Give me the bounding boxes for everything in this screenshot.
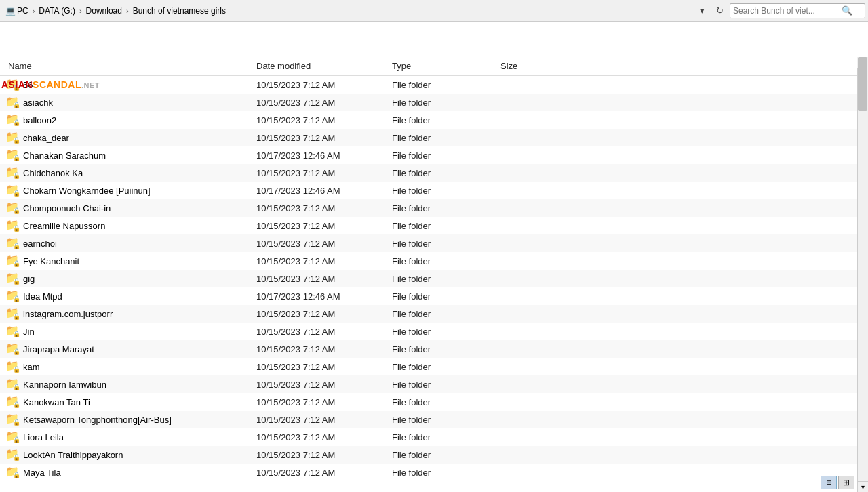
file-name: Chanakan Sarachum [23,150,256,161]
table-row[interactable]: 📁 🔒 Chompoonuch Chai-in 10/15/2023 7:12 … [0,199,868,217]
file-name: instagram.com.justporr [23,309,256,319]
folder-icon-wrap: 📁 🔒 [5,166,19,180]
file-type: File folder [392,221,500,231]
file-name: Jin [23,327,256,337]
folder-icon-wrap: 📁 🔒 [5,148,19,162]
table-row[interactable]: 📁 🔒 Chidchanok Ka 10/15/2023 7:12 AM Fil… [0,164,868,182]
file-date: 10/15/2023 7:12 AM [256,432,392,443]
file-date: 10/15/2023 7:12 AM [256,115,392,125]
lock-icon: 🔒 [14,296,20,302]
folder-icon-wrap: 📁 🔒 [5,325,19,338]
file-type: File folder [392,98,500,108]
table-row[interactable]: 📁 🔒 asiachk 10/15/2023 7:12 AM File fold… [0,94,868,111]
bottom-right-corner[interactable]: ▾ [857,481,868,492]
file-name: chaka_dear [23,133,256,143]
table-row[interactable]: 📁 🔒 balloon2 10/15/2023 7:12 AM File fol… [0,111,868,129]
table-row[interactable]: 📁 🔒 Jin 10/15/2023 7:12 AM File folder [0,323,868,340]
folder-icon-wrap: 📁 🔒 [5,448,19,462]
lock-icon: 🔒 [14,331,20,337]
lock-icon: 🔒 [14,279,20,285]
file-date: 10/15/2023 7:12 AM [256,239,392,249]
breadcrumb-current[interactable]: Bunch of vietnamese girls [130,5,229,17]
search-input[interactable] [733,6,842,16]
address-bar: 💻 PC › DATA (G:) › Download › Bunch of v… [0,0,868,22]
table-row[interactable]: 📁 🔒 Kanokwan Tan Ti 10/15/2023 7:12 AM F… [0,393,868,411]
search-box: 🔍 [730,3,865,18]
folder-icon-wrap: 📁 🔒 [5,201,19,215]
breadcrumb-pc[interactable]: 💻 PC [3,5,31,17]
file-name: asiachk [23,98,256,108]
lock-icon: 🔒 [14,226,20,232]
folder-icon-wrap: 📁 🔒 [5,219,19,232]
view-buttons: ≡ ⊞ [821,476,854,489]
scrollbar-track: ▲ ▼ [857,57,868,492]
table-row[interactable]: 📁 🔒 Fye Kanchanit 10/15/2023 7:12 AM Fil… [0,252,868,270]
file-date: 10/15/2023 7:12 AM [256,274,392,284]
details-view-button[interactable]: ≡ [821,476,837,489]
folder-icon-wrap: 📁 🔒 [5,254,19,268]
col-header-name[interactable]: Name [5,61,256,71]
table-row[interactable]: 📁 🔒 Liora Leila 10/15/2023 7:12 AM File … [0,428,868,446]
lock-icon: 🔒 [14,243,20,249]
dropdown-button[interactable]: ▾ [694,3,709,18]
table-row[interactable]: 📁 🔒 Maya Tila 10/15/2023 7:12 AM File fo… [0,464,868,481]
folder-icon-wrap: 📁 🔒 [5,360,19,373]
table-row[interactable]: 📁 🔒 Idea Mtpd 10/17/2023 12:46 AM File f… [0,287,868,305]
file-date: 10/15/2023 7:12 AM [256,344,392,354]
file-type: File folder [392,274,500,284]
folder-icon-wrap: 📁 🔒 [5,184,19,197]
file-date: 10/15/2023 7:12 AM [256,309,392,319]
lock-icon: 🔒 [14,138,20,144]
breadcrumb-sep-2: › [79,7,82,15]
breadcrumb-sep-3: › [126,7,129,15]
table-row[interactable]: 📁 🔒 Jiraprapa Marayat 10/15/2023 7:12 AM… [0,340,868,358]
col-header-type[interactable]: Type [392,61,500,71]
file-date: 10/15/2023 7:12 AM [256,450,392,460]
folder-icon-wrap: 📁 🔒 [5,395,19,409]
file-name: Idea Mtpd [23,291,256,302]
breadcrumb-pc-label: PC [17,6,28,16]
table-row[interactable]: 📁 🔒 instagram.com.justporr 10/15/2023 7:… [0,305,868,323]
breadcrumb-download[interactable]: Download [83,5,125,17]
file-date: 10/15/2023 7:12 AM [256,80,392,90]
lock-icon: 🔒 [14,173,20,179]
lock-icon: 🔒 [14,349,20,355]
file-date: 10/15/2023 7:12 AM [256,203,392,213]
folder-icon-wrap: 📁 🔒 [5,131,19,144]
table-row[interactable]: 📁 🔒 Chanakan Sarachum 10/17/2023 12:46 A… [0,146,868,164]
folder-icon-wrap: 📁 🔒 [5,413,19,426]
file-type: File folder [392,168,500,178]
file-type: File folder [392,133,500,143]
table-row[interactable]: 📁 🔒 Creamilie Napussorn 10/15/2023 7:12 … [0,217,868,234]
file-date: 10/15/2023 7:12 AM [256,168,392,178]
scrollbar-thumb[interactable] [858,57,867,111]
file-type: File folder [392,186,500,196]
lock-icon: 🔒 [14,437,20,443]
table-row[interactable]: 📁 🔒 LooktAn Traithippayakorn 10/15/2023 … [0,446,868,464]
search-icon[interactable]: 🔍 [842,5,852,16]
col-header-size[interactable]: Size [500,61,561,71]
breadcrumb-download-label: Download [86,6,122,16]
lock-icon: 🔒 [14,261,20,267]
table-row[interactable]: 📁 🔒 chaka_dear 10/15/2023 7:12 AM File f… [0,129,868,146]
file-name: Ketsawaporn Tongphonthong[Air-Bus] [23,415,256,425]
lock-icon: 🔒 [14,190,20,197]
table-row[interactable]: 📁 🔒 Ketsawaporn Tongphonthong[Air-Bus] 1… [0,411,868,428]
large-icons-view-button[interactable]: ⊞ [838,476,854,489]
table-row[interactable]: 📁 🔒 gig 10/15/2023 7:12 AM File folder [0,270,868,287]
folder-icon-wrap: 📁 🔒 [5,377,19,391]
table-row[interactable]: 📁 🔒 56 10/15/2023 7:12 AM File folder [0,76,868,94]
title-bar-right: ▾ ↻ 🔍 [694,3,865,18]
table-row[interactable]: 📁 🔒 Kannaporn Iamwibun 10/15/2023 7:12 A… [0,375,868,393]
col-header-date[interactable]: Date modified [256,61,392,71]
file-name: Fye Kanchanit [23,256,256,266]
table-row[interactable]: 📁 🔒 earnchoi 10/15/2023 7:12 AM File fol… [0,234,868,252]
table-row[interactable]: 📁 🔒 kam 10/15/2023 7:12 AM File folder [0,358,868,375]
lock-icon: 🔒 [14,102,20,108]
table-row[interactable]: 📁 🔒 Chokarn Wongkarndee [Puiinun] 10/17/… [0,182,868,199]
logo-net: .NET [81,81,100,89]
breadcrumb-data-g[interactable]: DATA (G:) [36,5,78,17]
file-list: 📁 🔒 56 10/15/2023 7:12 AM File folder 📁 … [0,76,868,491]
file-type: File folder [392,150,500,161]
refresh-button[interactable]: ↻ [712,3,727,18]
